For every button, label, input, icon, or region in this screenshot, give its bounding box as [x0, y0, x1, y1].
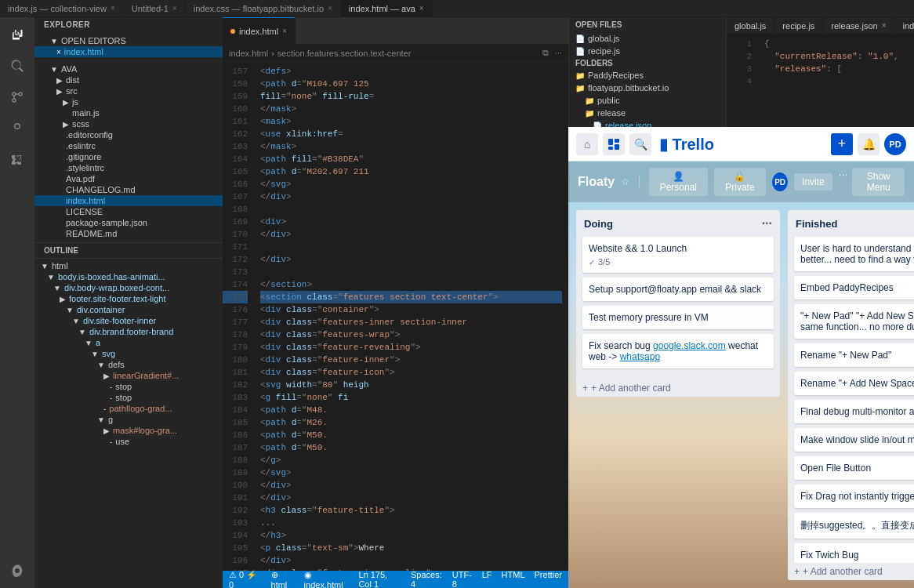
- card-rename-space[interactable]: Rename "+ Add New Space": [794, 372, 914, 395]
- personal-btn[interactable]: 👤 Personal: [649, 168, 708, 196]
- tree-scss[interactable]: ▶ scss: [34, 118, 223, 129]
- tree-changelog[interactable]: CHANGELOG.md: [34, 184, 223, 195]
- tree-license[interactable]: LICENSE: [34, 206, 223, 217]
- private-btn[interactable]: 🔒 Private: [714, 168, 766, 196]
- home-icon[interactable]: ⌂: [576, 133, 598, 155]
- code-content[interactable]: <defs> <path d="M104.697 125 fill="none"…: [254, 62, 568, 571]
- close-icon[interactable]: ×: [172, 4, 177, 13]
- outline-use-1[interactable]: -use: [34, 436, 223, 446]
- tree-ava-pdf[interactable]: Ava.pdf: [34, 173, 223, 184]
- show-menu-btn[interactable]: Show Menu: [852, 168, 905, 196]
- file-release-json[interactable]: 📄 release.json: [569, 119, 726, 127]
- tree-gitignore[interactable]: .gitignore: [34, 151, 223, 162]
- card-rename-pad[interactable]: Rename "+ New Pad": [794, 343, 914, 367]
- close-icon[interactable]: ×: [282, 27, 287, 35]
- extensions-icon[interactable]: [6, 149, 28, 171]
- card-website-launch[interactable]: Website && 1.0 Launch ✓ 3/5: [582, 237, 774, 273]
- card-setup-support[interactable]: Setup support@floaty.app email && slack: [582, 278, 774, 301]
- outline-path-logo[interactable]: -pathIlogo-grad...: [34, 403, 223, 414]
- outline-footer[interactable]: ▶footer.site-footer.text-light: [34, 293, 223, 304]
- tree-index-html[interactable]: index.html: [34, 195, 223, 206]
- file-public[interactable]: 📁 public: [569, 94, 726, 107]
- outline-stop-1[interactable]: -stop: [34, 381, 223, 392]
- card-memory-test[interactable]: Test memory pressure in VM: [582, 306, 774, 329]
- add-card-doing-btn[interactable]: + + Add another card: [576, 379, 780, 397]
- card-new-pad[interactable]: "+ New Pad" "+ Add New Space" have same …: [794, 304, 914, 339]
- search-icon[interactable]: [6, 55, 28, 77]
- json-editor[interactable]: 1234 { "currentRelease": "1.0", "release…: [727, 34, 914, 127]
- file-recipe-js[interactable]: 📄 recipe.js: [569, 45, 726, 57]
- list-menu-icon[interactable]: ···: [762, 216, 772, 230]
- file-global-js[interactable]: 📄 global.js: [569, 32, 726, 45]
- outline-lineargradient[interactable]: ▶linearGradient#...: [34, 370, 223, 381]
- folder-floatyapp[interactable]: 📁 floatyapp.bitbucket.io: [569, 82, 726, 94]
- card-window-slide[interactable]: Make window slide in/out more smooth: [794, 428, 914, 452]
- editor-tab-index-html[interactable]: index.html ×: [223, 17, 296, 45]
- tree-src[interactable]: ▶ src: [34, 85, 223, 96]
- close-icon[interactable]: ×: [328, 4, 332, 13]
- avatar[interactable]: PD: [884, 133, 906, 155]
- card-fix-drag[interactable]: Fix Drag not instantly trigged bug: [794, 485, 914, 508]
- outline-g[interactable]: ▼g: [34, 414, 223, 425]
- tree-stylelintrc[interactable]: .stylelintrc: [34, 162, 223, 173]
- tree-eslintrc[interactable]: .eslintrc: [34, 140, 223, 151]
- explorer-icon[interactable]: [6, 24, 28, 45]
- tab-recipe-js[interactable]: recipe.js: [774, 17, 823, 34]
- outline-defs[interactable]: ▼defs: [34, 359, 223, 370]
- outline-a[interactable]: ▼a: [34, 337, 223, 348]
- tab-index-css[interactable]: index.css — floatyapp.bitbucket.io ×: [186, 0, 341, 17]
- outline-body[interactable]: ▼body.is-boxed.has-animati...: [34, 271, 223, 282]
- outline-stop-2[interactable]: -stop: [34, 392, 223, 403]
- card-embed-paddy[interactable]: Embed PaddyRecipes: [794, 276, 914, 299]
- card-link-2[interactable]: whatsapp: [620, 351, 660, 362]
- tab-index-html-right[interactable]: index.html: [895, 17, 915, 34]
- add-card-finished-btn[interactable]: + + Add another card: [788, 563, 914, 580]
- split-icon[interactable]: ⧉: [542, 48, 549, 58]
- card-delete-suggested[interactable]: 删掉suggested。。直接变成 productivity: [794, 513, 914, 539]
- folder-paddy[interactable]: 📁 PaddyRecipes: [569, 69, 726, 82]
- outline-mask[interactable]: ▶mask#logo-gra...: [34, 425, 223, 436]
- tab-index-html[interactable]: index.html — ava ×: [341, 0, 433, 17]
- tree-editorconfig[interactable]: .editorconfig: [34, 129, 223, 140]
- outline-div-body-wrap[interactable]: ▼div.body-wrap.boxed-cont...: [34, 282, 223, 293]
- card-user-hard[interactable]: User is hard to understand why this is b…: [794, 237, 914, 271]
- card-debug-monitor[interactable]: Final debug multi-monitor again: [794, 400, 914, 423]
- outline-div-brand[interactable]: ▼div.brand.footer-brand: [34, 326, 223, 337]
- outline-html[interactable]: ▼html: [34, 260, 223, 271]
- star-icon[interactable]: ☆: [621, 176, 629, 187]
- git-icon[interactable]: [6, 86, 28, 108]
- close-icon[interactable]: ×: [56, 48, 61, 56]
- tree-package[interactable]: package-sample.json: [34, 217, 223, 228]
- search-toolbar-icon[interactable]: 🔍: [629, 133, 651, 155]
- file-release-folder[interactable]: 📁 release: [569, 107, 726, 119]
- tree-main-js[interactable]: main.js: [34, 107, 223, 118]
- close-icon[interactable]: ×: [419, 4, 424, 13]
- tab-global-js[interactable]: global.js: [727, 17, 774, 34]
- board-icon[interactable]: [603, 133, 625, 155]
- notification-icon[interactable]: 🔔: [858, 133, 880, 155]
- open-editors-header[interactable]: ▼ OPEN EDITORS: [34, 35, 223, 46]
- outline-div-container[interactable]: ▼div.container: [34, 304, 223, 315]
- ava-header[interactable]: ▼ AVA: [34, 64, 223, 74]
- invite-btn[interactable]: Invite: [794, 173, 832, 191]
- outline-svg[interactable]: ▼svg: [34, 348, 223, 359]
- more-icon[interactable]: ···: [555, 48, 562, 58]
- card-fix-search[interactable]: Fix search bug google.slack.com wechat w…: [582, 334, 774, 368]
- tab-index-js[interactable]: index.js — collection-view ×: [0, 0, 124, 17]
- add-icon[interactable]: +: [831, 133, 853, 155]
- open-file-index-html[interactable]: × index.html: [34, 46, 223, 57]
- tab-release-json-1[interactable]: release.json ×: [823, 17, 894, 34]
- card-fix-twich[interactable]: Fix Twich Bug: [794, 543, 914, 563]
- close-icon[interactable]: ×: [111, 4, 115, 13]
- settings-icon[interactable]: [6, 560, 28, 582]
- dots-icon[interactable]: ···: [839, 168, 848, 196]
- tree-readme[interactable]: README.md: [34, 228, 223, 239]
- tree-js[interactable]: ▶ js: [34, 96, 223, 107]
- tab-untitled[interactable]: Untitled-1 ×: [124, 0, 186, 17]
- pd-avatar[interactable]: PD: [772, 172, 788, 191]
- card-link[interactable]: google.slack.com: [653, 340, 726, 351]
- outline-div-footer-inner[interactable]: ▼div.site-footer-inner: [34, 315, 223, 326]
- tree-dist[interactable]: ▶ dist: [34, 74, 223, 85]
- debug-icon[interactable]: [6, 118, 28, 140]
- close-icon[interactable]: ×: [882, 21, 887, 30]
